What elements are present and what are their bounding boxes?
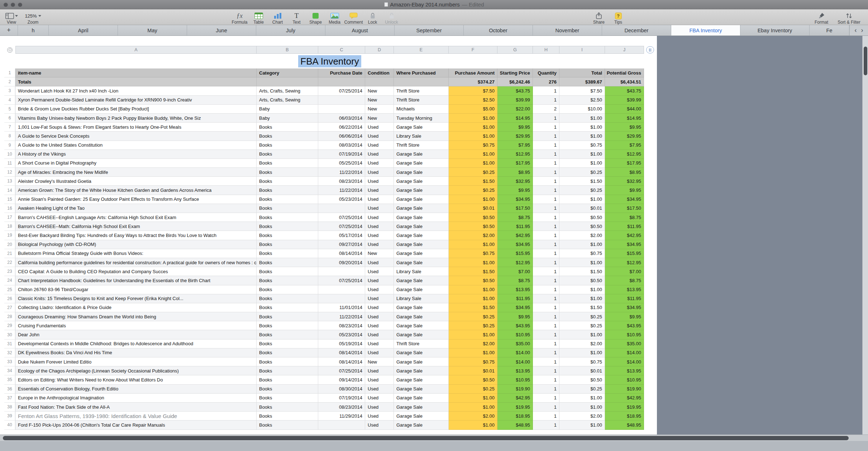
cell[interactable]: Books (257, 276, 318, 285)
row-number[interactable]: 15 (4, 195, 15, 204)
cell[interactable]: $1.00 (559, 123, 605, 132)
cell[interactable]: Books (257, 394, 318, 403)
cell[interactable]: 1 (533, 321, 559, 330)
formula-button[interactable]: ƒx Formula (230, 10, 249, 25)
cell[interactable]: $0.75 (559, 141, 605, 150)
cell[interactable] (318, 421, 365, 429)
cell[interactable]: $42.95 (605, 394, 644, 403)
cell[interactable]: California building performance guidelin… (15, 258, 257, 267)
cell[interactable]: $18.95 (605, 412, 644, 421)
cell[interactable]: $14.00 (605, 348, 644, 357)
cell[interactable]: 1 (533, 357, 559, 366)
cell[interactable]: $11.95 (605, 294, 644, 303)
cell[interactable]: $10.00 (559, 105, 605, 114)
cell[interactable]: 08/03/2014 (318, 141, 365, 150)
cell[interactable]: Used (365, 150, 394, 159)
column-header-cell[interactable]: item-name (15, 68, 257, 77)
cell[interactable]: $1.50 (449, 303, 497, 312)
cell[interactable] (318, 294, 365, 303)
cell[interactable]: $0.50 (449, 375, 497, 384)
cell[interactable]: 09/14/2014 (318, 375, 365, 384)
cell[interactable]: Bulletstorm Prima Official Strategy Guid… (15, 249, 257, 258)
cell[interactable]: Garage Sale (394, 375, 449, 384)
cell[interactable]: $8.95 (497, 168, 533, 177)
row-number[interactable]: 38 (4, 403, 15, 412)
lock-button[interactable]: Lock (363, 10, 382, 25)
cell[interactable]: $0.50 (559, 276, 605, 285)
cell[interactable]: Used (365, 141, 394, 150)
cell[interactable]: Used (365, 222, 394, 231)
cell[interactable]: Best-Ever Backyard Birding Tips: Hundred… (15, 231, 257, 240)
cell[interactable]: Arts, Crafts, Sewing (257, 96, 318, 105)
sort-filter-button[interactable]: Sort & Filter (834, 10, 864, 25)
row-number[interactable]: 23 (4, 267, 15, 276)
cell[interactable]: Used (365, 285, 394, 294)
cell[interactable]: $1.50 (449, 267, 497, 276)
cell[interactable]: Garage Sale (394, 258, 449, 267)
cell[interactable]: $19.90 (497, 385, 533, 394)
cell[interactable]: 11/01/2014 (318, 303, 365, 312)
cell[interactable]: Cruising Fundamentals (15, 321, 257, 330)
row-number[interactable]: 39 (4, 412, 15, 421)
cell[interactable]: 06/03/2014 (318, 114, 365, 123)
cell[interactable]: Garage Sale (394, 303, 449, 312)
cell[interactable]: $7.00 (605, 267, 644, 276)
cell[interactable]: 08/14/2014 (318, 357, 365, 366)
cell[interactable]: CEO Capital: A Guide to Building CEO Rep… (15, 267, 257, 276)
cell[interactable]: DK Eyewitness Books: Da Vinci And His Ti… (15, 348, 257, 357)
cell[interactable]: $42.95 (605, 231, 644, 240)
cell[interactable]: Garage Sale (394, 412, 449, 421)
cell[interactable]: Ecology of the Chagos Archipelago (Linne… (15, 366, 257, 375)
cell[interactable]: $1.00 (449, 285, 497, 294)
cell[interactable]: 2 (533, 105, 559, 114)
cell[interactable]: $34.95 (497, 303, 533, 312)
cell[interactable]: 1 (533, 222, 559, 231)
cell[interactable]: $7.50 (449, 86, 497, 95)
cell[interactable]: A Short Course in Digital Photography (15, 159, 257, 168)
column-header-cell[interactable]: Category (257, 68, 318, 77)
cell[interactable]: Used (365, 385, 394, 394)
cell[interactable]: 276 (533, 77, 559, 86)
row-number[interactable]: 30 (4, 330, 15, 339)
cell[interactable]: Garage Sale (394, 312, 449, 321)
cell[interactable]: $1.50 (559, 267, 605, 276)
cell[interactable]: Biological Psychology (with CD-ROM) (15, 240, 257, 249)
table-resize-handle-icon[interactable] (646, 46, 654, 53)
cell[interactable]: 11/22/2014 (318, 186, 365, 195)
row-number[interactable]: 13 (4, 177, 15, 186)
cell[interactable]: 1 (533, 403, 559, 412)
cell[interactable]: Developmental Contexts in Middle Childho… (15, 340, 257, 348)
cell[interactable]: Editors on Editing: What Writers Need to… (15, 375, 257, 384)
cell[interactable]: Used (365, 412, 394, 421)
cell[interactable]: $13.95 (497, 366, 533, 375)
cell[interactable]: New (365, 86, 394, 95)
cell[interactable]: 1 (533, 385, 559, 394)
column-header-cell[interactable]: Total (559, 68, 605, 77)
cell[interactable]: $13.95 (605, 366, 644, 375)
cell[interactable]: $11.95 (605, 222, 644, 231)
table-button[interactable]: Table (249, 10, 268, 25)
row-number[interactable]: 21 (4, 249, 15, 258)
cell[interactable]: $0.75 (449, 357, 497, 366)
cell[interactable]: 09/27/2014 (318, 240, 365, 249)
cell[interactable]: $0.01 (559, 204, 605, 213)
cell[interactable]: $1.00 (449, 123, 497, 132)
cell[interactable]: $9.95 (605, 186, 644, 195)
cell[interactable]: 06/22/2014 (318, 123, 365, 132)
sheet-tab-ebay-inventory[interactable]: Ebay Inventory (740, 25, 810, 35)
cell[interactable]: Europe in the Anthropological Imaginatio… (15, 394, 257, 403)
cell[interactable]: 1 (533, 150, 559, 159)
cell[interactable]: A History of the Vikings (15, 150, 257, 159)
column-header-cell[interactable]: Starting Price (497, 68, 533, 77)
cell[interactable]: Thrift Store (394, 86, 449, 95)
cell[interactable]: 08/14/2014 (318, 348, 365, 357)
row-number[interactable]: 26 (4, 294, 15, 303)
cell[interactable]: Garage Sale (394, 231, 449, 240)
cell[interactable]: 07/19/2014 (318, 150, 365, 159)
cell[interactable]: $0.50 (559, 375, 605, 384)
cell[interactable]: $2.00 (449, 231, 497, 240)
cell[interactable]: $32.95 (605, 177, 644, 186)
cell[interactable]: Garage Sale (394, 222, 449, 231)
cell[interactable]: $0.25 (449, 321, 497, 330)
cell[interactable]: $9.95 (497, 123, 533, 132)
